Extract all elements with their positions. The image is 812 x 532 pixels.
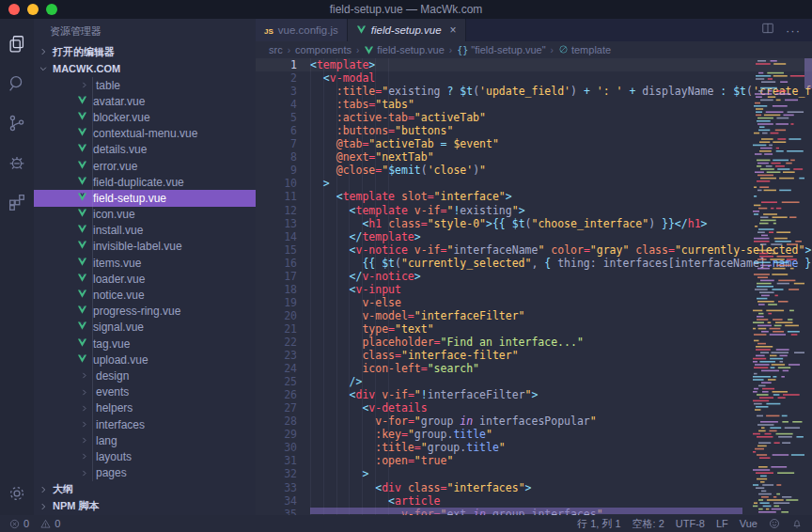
- status-LF[interactable]: LF: [716, 518, 728, 529]
- tree-item-upload.vue[interactable]: upload.vue: [34, 352, 256, 368]
- vue-file-icon: [77, 160, 87, 173]
- tree-item-label: signal.vue: [93, 321, 144, 334]
- line-number: 31: [256, 454, 297, 467]
- minimize-window-button[interactable]: [27, 4, 39, 15]
- tree-item-details.vue[interactable]: details.vue: [34, 142, 256, 158]
- vue-file-icon: [77, 176, 87, 189]
- tree-item-lang[interactable]: lang: [34, 432, 256, 448]
- breadcrumb: src›components›field-setup.vue›{}"field-…: [256, 41, 812, 58]
- horizontal-scrollbar-slider[interactable]: [310, 508, 742, 514]
- tree-item-helpers[interactable]: helpers: [34, 400, 256, 416]
- source-control-icon[interactable]: [0, 103, 34, 143]
- vue-file-icon: [77, 111, 87, 124]
- vue-file-icon: [77, 289, 87, 302]
- tree-item-design[interactable]: design: [34, 368, 256, 383]
- tree-item-blocker.vue[interactable]: blocker.vue: [34, 109, 256, 125]
- tab-vue.config.js[interactable]: JSvue.config.js: [256, 19, 348, 41]
- breadcrumb-item-field-setup.vue[interactable]: field-setup.vue: [364, 44, 445, 55]
- tree-item-tag.vue[interactable]: tag.vue: [34, 336, 256, 352]
- line-number: 32: [256, 467, 297, 480]
- vue-file-icon: [77, 192, 87, 205]
- title-bar: field-setup.vue — MacWk.com: [0, 0, 812, 19]
- tree-item-signal.vue[interactable]: signal.vue: [34, 320, 256, 336]
- close-window-button[interactable]: [8, 4, 20, 15]
- tree-item-pages[interactable]: pages: [34, 465, 256, 481]
- zoom-window-button[interactable]: [46, 4, 57, 15]
- tree-item-interfaces[interactable]: interfaces: [34, 416, 256, 432]
- breadcrumb-item-src[interactable]: src: [269, 44, 283, 55]
- tree-item-label: design: [96, 369, 129, 383]
- line-number: 34: [256, 494, 297, 508]
- tree-item-loader.vue[interactable]: loader.vue: [34, 271, 256, 287]
- status-bell-icon[interactable]: [791, 518, 803, 529]
- line-number: 10: [256, 177, 297, 190]
- tree-item-label: avatar.vue: [93, 95, 145, 108]
- debug-icon[interactable]: [0, 143, 34, 182]
- tree-item-field-duplicate.vue[interactable]: field-duplicate.vue: [34, 174, 256, 190]
- tree-item-avatar.vue[interactable]: avatar.vue: [34, 93, 256, 109]
- breadcrumb-separator: ›: [551, 45, 554, 55]
- tree-item-label: notice.vue: [93, 289, 145, 302]
- tree-item-label: events: [96, 385, 129, 399]
- tree-item-notice.vue[interactable]: notice.vue: [34, 287, 256, 303]
- vertical-scrollbar[interactable]: [804, 58, 812, 515]
- status-error-icon[interactable]: 0: [9, 518, 29, 529]
- vue-file-icon: [356, 24, 367, 37]
- code-line-23: 23 class="interface-filter": [256, 349, 812, 362]
- breadcrumb-item-template[interactable]: template: [558, 44, 611, 56]
- extensions-icon[interactable]: [0, 182, 34, 222]
- code-line-33: 33 <div class="interfaces">: [256, 481, 812, 494]
- status-feedback-icon[interactable]: [769, 518, 780, 529]
- npm-scripts-section[interactable]: NPM 脚本: [34, 498, 256, 515]
- breadcrumb-item-field-setup.vue[interactable]: {}"field-setup.vue": [457, 44, 545, 55]
- outline-section[interactable]: 大纲: [34, 481, 256, 498]
- status-UTF-8[interactable]: UTF-8: [676, 518, 705, 529]
- tree-item-label: details.vue: [93, 143, 147, 156]
- code-line-12: 12 <template v-if="!existing">: [256, 204, 812, 217]
- status-空格: 2[interactable]: 空格: 2: [632, 517, 664, 531]
- tree-item-items.vue[interactable]: items.vue: [34, 255, 256, 271]
- tree-item-layouts[interactable]: layouts: [34, 448, 256, 464]
- status-行 1, 列 1[interactable]: 行 1, 列 1: [577, 517, 620, 531]
- project-root-section[interactable]: MACWK.COM: [34, 60, 256, 77]
- tree-item-icon.vue[interactable]: icon.vue: [34, 207, 256, 223]
- breadcrumb-item-components[interactable]: components: [295, 44, 351, 55]
- tree-item-label: progress-ring.vue: [93, 305, 180, 318]
- line-number: 18: [256, 283, 297, 296]
- tree-item-field-setup.vue[interactable]: field-setup.vue: [34, 190, 256, 206]
- code-line-31: 31 :open="true": [256, 454, 812, 467]
- close-tab-icon[interactable]: ×: [450, 23, 457, 37]
- tree-item-invisible-label.vue[interactable]: invisible-label.vue: [34, 239, 256, 255]
- tree-item-contextual-menu.vue[interactable]: contextual-menu.vue: [34, 126, 256, 142]
- tab-field-setup.vue[interactable]: field-setup.vue×: [348, 19, 466, 41]
- line-number: 1: [256, 58, 297, 71]
- vertical-scrollbar-slider[interactable]: [804, 58, 812, 88]
- code-line-19: 19 v-else: [256, 296, 812, 309]
- code-line-2: 2 <v-modal: [256, 71, 812, 85]
- line-number: 26: [256, 388, 297, 401]
- tree-item-install.vue[interactable]: install.vue: [34, 223, 256, 239]
- split-editor-icon[interactable]: [761, 22, 774, 39]
- code-line-15: 15 <v-notice v-if="interfaceName" color=…: [256, 243, 812, 257]
- code-line-5: 5 :active-tab="activeTab": [256, 111, 812, 124]
- tree-item-error.vue[interactable]: error.vue: [34, 158, 256, 174]
- tree-item-events[interactable]: events: [34, 384, 256, 400]
- line-number: 5: [256, 111, 297, 124]
- js-file-icon: JS: [264, 27, 273, 36]
- tree-item-table[interactable]: table: [34, 77, 256, 93]
- minimap[interactable]: [752, 58, 804, 515]
- more-actions-icon[interactable]: ···: [786, 23, 801, 38]
- tree-item-progress-ring.vue[interactable]: progress-ring.vue: [34, 304, 256, 320]
- code-line-14: 14 </template>: [256, 230, 812, 243]
- js-file-icon: JS: [264, 24, 273, 36]
- code-line-20: 20 v-model="interfaceFilter": [256, 309, 812, 322]
- search-icon[interactable]: [0, 64, 34, 103]
- tree-item-label: interfaces: [96, 418, 145, 431]
- settings-gear-icon[interactable]: [0, 474, 34, 513]
- status-warning-icon[interactable]: 0: [40, 518, 60, 529]
- code-editor[interactable]: 1<template>2 <v-modal3 :title="existing …: [256, 58, 812, 515]
- open-editors-section[interactable]: 打开的编辑器: [34, 43, 256, 60]
- status-Vue[interactable]: Vue: [740, 518, 757, 529]
- explorer-icon[interactable]: [0, 24, 34, 64]
- tree-item-label: tag.vue: [93, 337, 130, 351]
